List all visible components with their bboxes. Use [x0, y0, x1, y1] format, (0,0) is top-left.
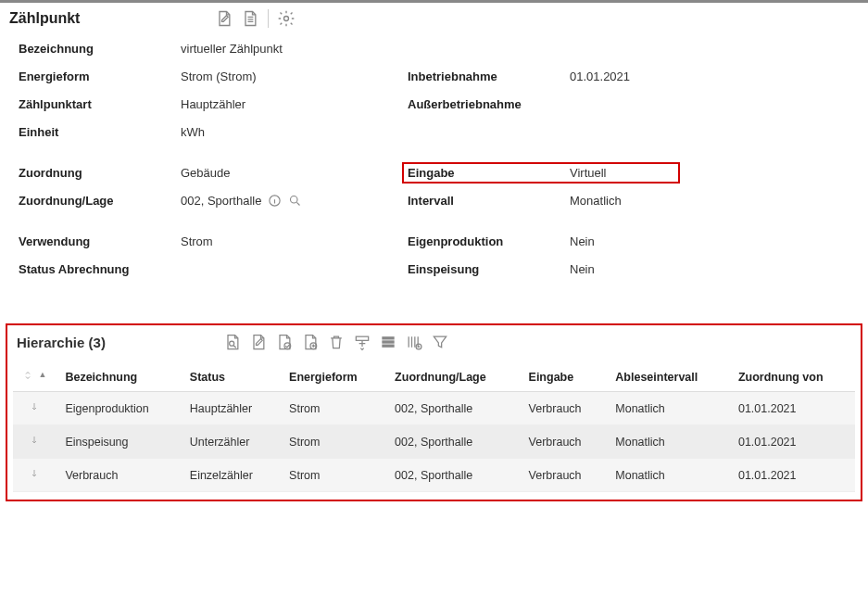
table-row[interactable]: VerbrauchEinzelzählerStrom002, Sporthall…	[13, 459, 855, 492]
row-arrow-cell[interactable]	[13, 425, 56, 459]
filter-icon[interactable]	[429, 331, 451, 353]
svg-point-0	[284, 17, 289, 21]
svg-rect-6	[356, 336, 368, 340]
col-zuordnung-lage[interactable]: Zuordnung/Lage	[385, 362, 519, 392]
col-status[interactable]: Status	[181, 362, 280, 392]
cell-status: Unterzähler	[181, 425, 280, 459]
hierarchie-toolbar	[221, 331, 451, 353]
intervall-label: Intervall	[408, 194, 570, 208]
doc-add-icon[interactable]	[299, 331, 321, 353]
hierarchie-header: Hierarchie (3)	[13, 331, 855, 353]
cell-bezeichnung: Einspeisung	[56, 425, 180, 459]
zaehlpunktart-value: Hauptzähler	[181, 97, 408, 111]
sort-column-header[interactable]: ▲	[13, 362, 56, 392]
field-status-abrechnung: Status Abrechnung	[19, 259, 408, 279]
table-header-row: ▲ Bezeichnung Status Energieform Zuordnu…	[13, 362, 855, 392]
verwendung-label: Verwendung	[19, 234, 181, 248]
down-arrow-icon	[29, 401, 40, 412]
bezeichnung-value: virtueller Zählpunkt	[181, 42, 408, 56]
cell-ableseintervall: Monatlich	[606, 459, 729, 492]
cell-bezeichnung: Eigenproduktion	[56, 392, 180, 425]
list-icon[interactable]	[377, 331, 399, 353]
bezeichnung-label: Bezeichnung	[19, 42, 181, 56]
field-bezeichnung: Bezeichnung virtueller Zählpunkt	[19, 38, 408, 58]
energieform-label: Energieform	[19, 70, 181, 83]
doc-copy-icon[interactable]	[273, 331, 296, 353]
doc-edit-icon[interactable]	[247, 331, 270, 353]
intervall-value: Monatlich	[570, 194, 859, 208]
inbetriebnahme-value: 01.01.2021	[570, 70, 859, 83]
field-eigenproduktion: Eigenproduktion Nein	[408, 231, 859, 251]
cell-zuordnung_lage: 002, Sporthalle	[385, 459, 519, 492]
row-arrow-cell[interactable]	[13, 459, 56, 492]
hierarchie-title: Hierarchie (3)	[13, 335, 221, 350]
panel-title: Zählpunkt	[9, 10, 208, 27]
cell-eingabe: Verbrauch	[520, 459, 607, 492]
gear-icon[interactable]	[276, 8, 296, 29]
panel-header: Zählpunkt	[9, 8, 859, 29]
field-verwendung: Verwendung Strom	[19, 231, 408, 251]
info-icon[interactable]	[267, 193, 282, 208]
down-arrow-icon	[29, 435, 40, 446]
zaehlpunkt-panel: Zählpunkt B	[0, 0, 868, 305]
col-zuordnung-von[interactable]: Zuordnung von	[729, 362, 855, 392]
einheit-value: kWh	[181, 125, 408, 139]
energieform-value: Strom (Strom)	[181, 70, 408, 83]
col-bezeichnung[interactable]: Bezeichnung	[56, 362, 180, 392]
field-ausserbetriebnahme: Außerbetriebnahme	[408, 94, 859, 114]
svg-rect-9	[382, 345, 394, 348]
svg-rect-7	[382, 336, 394, 339]
col-eingabe[interactable]: Eingabe	[520, 362, 607, 392]
cell-zuordnung_von: 01.01.2021	[729, 425, 855, 459]
fields-container: Bezeichnung virtueller Zählpunkt Energie…	[9, 38, 859, 286]
cell-zuordnung_lage: 002, Sporthalle	[385, 392, 519, 425]
zuordnung-lage-label: Zuordnung/Lage	[19, 194, 181, 208]
doc-search-icon[interactable]	[221, 331, 244, 353]
field-intervall: Intervall Monatlich	[408, 190, 859, 210]
zuordnung-lage-value: 002, Sporthalle	[181, 193, 408, 208]
eingabe-label: Eingabe	[408, 166, 570, 180]
cell-energieform: Strom	[280, 425, 385, 459]
row-arrow-cell[interactable]	[13, 392, 56, 425]
table-row[interactable]: EinspeisungUnterzählerStrom002, Sporthal…	[13, 425, 855, 459]
down-arrow-icon	[29, 468, 40, 479]
zuordnung-label: Zuordnung	[19, 166, 181, 180]
table-row[interactable]: EigenproduktionHauptzählerStrom002, Spor…	[13, 392, 855, 425]
cell-status: Einzelzähler	[181, 459, 280, 492]
verwendung-value: Strom	[181, 234, 408, 248]
field-eingabe: Eingabe Virtuell	[408, 162, 859, 183]
einheit-label: Einheit	[19, 125, 181, 139]
search-icon[interactable]	[287, 193, 302, 208]
eigenproduktion-value: Nein	[570, 234, 859, 248]
cell-bezeichnung: Verbrauch	[56, 459, 180, 492]
cell-ableseintervall: Monatlich	[606, 425, 729, 459]
field-inbetriebnahme: Inbetriebnahme 01.01.2021	[408, 66, 859, 86]
delete-icon[interactable]	[325, 331, 347, 353]
sort-asc-indicator-icon: ▲	[38, 370, 46, 379]
cell-zuordnung_von: 01.01.2021	[729, 392, 855, 425]
cell-eingabe: Verbrauch	[520, 425, 607, 459]
field-zuordnung-lage: Zuordnung/Lage 002, Sporthalle	[19, 190, 408, 210]
col-energieform[interactable]: Energieform	[280, 362, 385, 392]
document-icon[interactable]	[240, 8, 260, 29]
zuordnung-value: Gebäude	[181, 166, 408, 180]
columns-icon[interactable]	[403, 331, 425, 353]
field-einheit: Einheit kWh	[19, 121, 408, 142]
assign-icon[interactable]	[351, 331, 373, 353]
sort-both-icon	[22, 370, 33, 381]
eigenproduktion-label: Eigenproduktion	[408, 234, 570, 248]
edit-icon[interactable]	[214, 8, 234, 29]
cell-energieform: Strom	[280, 459, 385, 492]
inbetriebnahme-label: Inbetriebnahme	[408, 70, 570, 83]
svg-rect-8	[382, 340, 394, 343]
eingabe-value: Virtuell	[570, 166, 674, 180]
zuordnung-lage-text: 002, Sporthalle	[181, 194, 261, 208]
cell-zuordnung_von: 01.01.2021	[729, 459, 855, 492]
col-ableseintervall[interactable]: Ableseintervall	[606, 362, 729, 392]
zaehlpunktart-label: Zählpunktart	[19, 97, 181, 111]
field-einspeisung: Einspeisung Nein	[408, 259, 859, 279]
cell-eingabe: Verbrauch	[520, 392, 607, 425]
status-abrechnung-label: Status Abrechnung	[19, 262, 181, 276]
toolbar-separator	[268, 9, 269, 28]
hierarchie-table: ▲ Bezeichnung Status Energieform Zuordnu…	[13, 362, 855, 492]
